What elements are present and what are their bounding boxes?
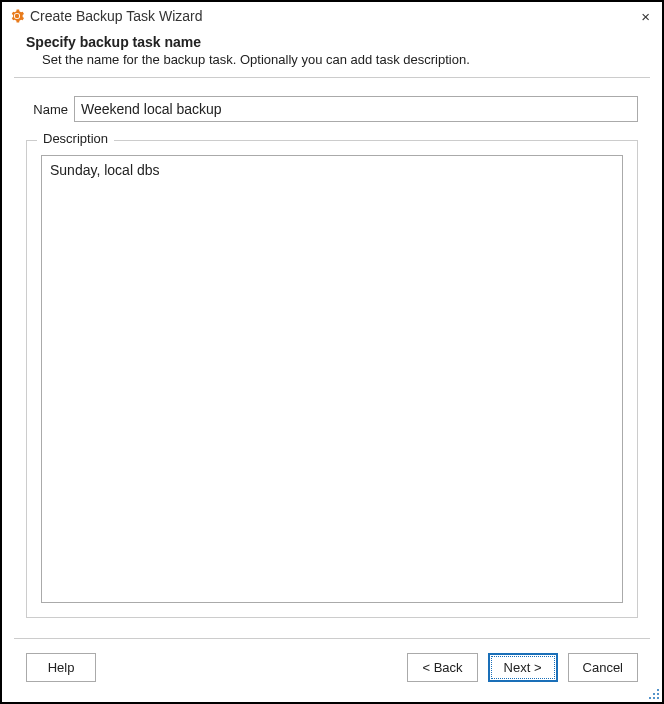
- cancel-button[interactable]: Cancel: [568, 653, 638, 682]
- titlebar: Create Backup Task Wizard ×: [2, 2, 662, 28]
- name-input[interactable]: [74, 96, 638, 122]
- next-button[interactable]: Next >: [488, 653, 558, 682]
- description-legend: Description: [37, 131, 114, 146]
- wizard-body: Name Description: [2, 78, 662, 626]
- description-fieldset: Description: [26, 140, 638, 618]
- wizard-footer: Help < Back Next > Cancel: [2, 639, 662, 702]
- wizard-header: Specify backup task name Set the name fo…: [2, 28, 662, 77]
- back-button[interactable]: < Back: [407, 653, 477, 682]
- window-title: Create Backup Task Wizard: [30, 8, 631, 24]
- wizard-window: Create Backup Task Wizard × Specify back…: [0, 0, 664, 704]
- name-row: Name: [26, 96, 638, 122]
- step-subtitle: Set the name for the backup task. Option…: [26, 52, 638, 67]
- close-button[interactable]: ×: [637, 9, 654, 24]
- help-button[interactable]: Help: [26, 653, 96, 682]
- step-title: Specify backup task name: [26, 34, 638, 50]
- description-textarea[interactable]: [41, 155, 623, 603]
- gear-icon: [10, 9, 24, 23]
- name-label: Name: [26, 102, 68, 117]
